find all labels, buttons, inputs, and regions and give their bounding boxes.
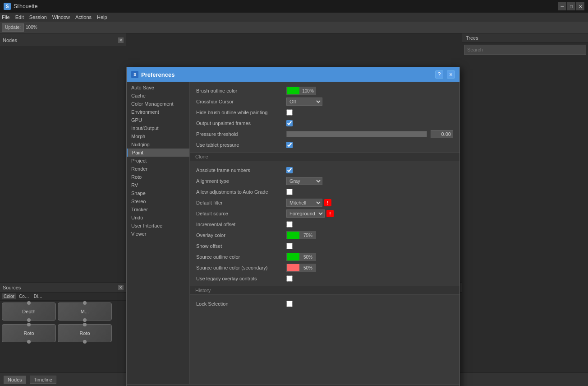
legacy-overlay-checkbox[interactable] — [286, 275, 293, 282]
minimize-button[interactable]: ─ — [558, 2, 566, 10]
dialog-close-button[interactable]: × — [447, 70, 455, 79]
pressure-value-input[interactable] — [431, 130, 453, 138]
pref-row-tablet-pressure: Use tablet pressure — [195, 140, 454, 150]
nav-roto[interactable]: Roto — [127, 173, 189, 181]
nav-environment[interactable]: Environment — [127, 108, 189, 116]
pref-row-absolute-frame: Absolute frame numbers — [195, 165, 454, 176]
menu-session[interactable]: Session — [29, 14, 47, 20]
pressure-bar[interactable] — [286, 131, 427, 137]
auto-grade-checkbox[interactable] — [286, 189, 293, 195]
nav-gpu[interactable]: GPU — [127, 116, 189, 124]
nodes-tab[interactable]: Nodes — [4, 376, 26, 384]
pref-row-pressure-threshold: Pressure threshold — [195, 129, 454, 140]
nav-viewer[interactable]: Viewer — [127, 230, 189, 238]
pref-label-tablet-pressure: Use tablet pressure — [196, 142, 286, 148]
nav-paint[interactable]: Paint — [127, 149, 189, 157]
show-offset-checkbox[interactable] — [286, 243, 293, 249]
nav-morph[interactable]: Morph — [127, 132, 189, 140]
nav-nudging[interactable]: Nudging — [127, 140, 189, 149]
source-outline-secondary-pct[interactable]: 50% — [300, 264, 316, 272]
nav-stereo[interactable]: Stereo — [127, 197, 189, 205]
pref-row-brush-outline-color: Brush outline color 100% — [195, 85, 454, 96]
menu-help[interactable]: Help — [97, 14, 107, 20]
pref-label-brush-outline-color: Brush outline color — [196, 88, 286, 93]
nav-rv[interactable]: RV — [127, 181, 189, 189]
overlay-color-swatch[interactable] — [286, 231, 300, 239]
dialog-content: Brush outline color 100% Crosshair Curso… — [190, 82, 459, 384]
pref-row-alignment-type: Alignment type Gray Color None — [195, 176, 454, 186]
overlay-color-pct[interactable]: 75% — [300, 231, 316, 239]
source-outline-secondary-swatch[interactable] — [286, 264, 300, 272]
pref-label-auto-grade: Allow adjustments to Auto Grade — [196, 189, 286, 195]
hide-brush-control — [286, 109, 453, 116]
output-unpainted-checkbox[interactable] — [286, 120, 293, 126]
pref-label-legacy-overlay: Use legacy overlay controls — [196, 276, 286, 281]
nav-user-interface[interactable]: User Interface — [127, 222, 189, 230]
preferences-dialog: S Preferences ? × Auto Save Cache Color … — [126, 67, 460, 386]
app-icon: S — [4, 3, 11, 10]
overlay-color-control: 75% — [286, 231, 453, 239]
source-outline-color-pct[interactable]: 50% — [300, 253, 316, 261]
brush-outline-color-control: 100% — [286, 87, 453, 95]
close-button[interactable]: ✕ — [576, 2, 584, 10]
maximize-button[interactable]: □ — [567, 2, 575, 10]
default-source-select[interactable]: Foreground Background — [286, 209, 325, 218]
tablet-pressure-checkbox[interactable] — [286, 142, 293, 148]
lock-selection-control — [286, 301, 453, 307]
source-outline-color-control: 50% — [286, 253, 453, 261]
lock-selection-checkbox[interactable] — [286, 301, 293, 307]
default-filter-select[interactable]: Mitchell Cubic Linear — [286, 199, 322, 207]
show-offset-control — [286, 243, 453, 249]
nav-auto-save[interactable]: Auto Save — [127, 84, 189, 92]
crosshair-cursor-control: Off On — [286, 98, 453, 106]
default-source-control: Foreground Background ! — [286, 209, 453, 218]
main-area: WEIDOWN.COM Trees Sources ✕ Color Co… Di… — [0, 33, 588, 372]
pref-label-incremental-offset: Incremental offset — [196, 222, 286, 227]
auto-grade-control — [286, 189, 453, 195]
tablet-pressure-control — [286, 142, 453, 148]
pref-label-source-outline-secondary: Source outline color (secondary) — [196, 265, 286, 270]
app-title: Silhouette — [14, 3, 37, 9]
hide-brush-checkbox[interactable] — [286, 109, 293, 116]
absolute-frame-checkbox[interactable] — [286, 167, 293, 173]
menu-file[interactable]: File — [2, 14, 10, 20]
alignment-type-select[interactable]: Gray Color None — [286, 177, 322, 185]
source-outline-color-swatch[interactable] — [286, 253, 300, 261]
pref-row-incremental-offset: Incremental offset — [195, 219, 454, 230]
menu-actions[interactable]: Actions — [75, 14, 92, 20]
nav-input-output[interactable]: Input/Output — [127, 124, 189, 132]
toolbar-zoom: 100% — [26, 25, 37, 30]
pref-label-source-outline-color: Source outline color — [196, 254, 286, 260]
default-source-warning-icon[interactable]: ! — [326, 210, 334, 217]
pref-row-legacy-overlay: Use legacy overlay controls — [195, 273, 454, 284]
dialog-titlebar: S Preferences ? × — [127, 67, 459, 82]
pref-row-hide-brush: Hide brush outline while painting — [195, 107, 454, 118]
clone-section-header: Clone — [190, 152, 459, 161]
nav-shape[interactable]: Shape — [127, 189, 189, 197]
toolbar-update[interactable]: Update: — [2, 23, 24, 32]
toolbar: Update: 100% — [0, 22, 588, 33]
dialog-help-button[interactable]: ? — [435, 70, 443, 79]
pref-label-absolute-frame: Absolute frame numbers — [196, 167, 286, 173]
clone-section: Absolute frame numbers Alignment type Gr… — [190, 161, 459, 286]
nav-render[interactable]: Render — [127, 165, 189, 173]
nav-cache[interactable]: Cache — [127, 92, 189, 100]
menu-window[interactable]: Window — [52, 14, 70, 20]
incremental-offset-control — [286, 221, 453, 228]
pressure-threshold-control — [286, 130, 453, 138]
brush-color-swatch[interactable] — [286, 87, 300, 95]
history-section-header: History — [190, 286, 459, 295]
incremental-offset-checkbox[interactable] — [286, 221, 293, 228]
nav-project[interactable]: Project — [127, 157, 189, 165]
source-outline-secondary-container: 50% — [286, 264, 316, 272]
brush-color-pct[interactable]: 100% — [300, 87, 316, 95]
crosshair-cursor-select[interactable]: Off On — [286, 98, 322, 106]
timeline-tab[interactable]: Timeline — [30, 376, 56, 384]
menu-edit[interactable]: Edit — [15, 14, 24, 20]
dialog-nav: Auto Save Cache Color Management Environ… — [127, 82, 190, 384]
menu-bar: File Edit Session Window Actions Help — [0, 13, 588, 22]
nav-tracker[interactable]: Tracker — [127, 205, 189, 214]
nav-undo[interactable]: Undo — [127, 214, 189, 222]
default-filter-warning-icon[interactable]: ! — [324, 199, 331, 206]
nav-color-management[interactable]: Color Management — [127, 100, 189, 108]
